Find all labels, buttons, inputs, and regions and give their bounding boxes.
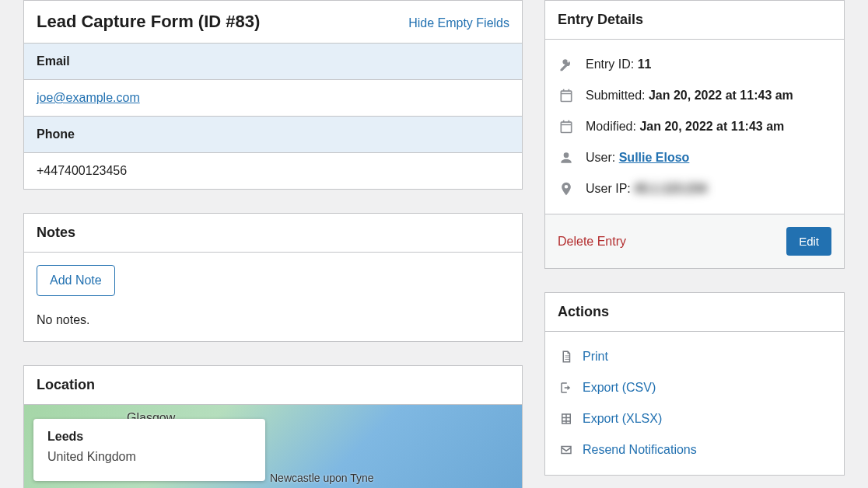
field-label-phone: Phone — [24, 117, 522, 153]
modified-row: Modified: Jan 20, 2022 at 11:43 am — [558, 111, 831, 142]
export-xlsx-link[interactable]: Export (XLSX) — [583, 412, 662, 426]
entry-details-header: Entry Details — [545, 1, 844, 40]
entry-details-title: Entry Details — [558, 12, 643, 28]
modified-value: Jan 20, 2022 at 11:43 am — [639, 120, 784, 133]
export-icon — [558, 380, 575, 396]
user-row: User: Sullie Eloso — [558, 142, 831, 173]
mail-icon — [558, 442, 575, 458]
document-icon — [558, 349, 575, 364]
add-note-button[interactable]: Add Note — [37, 265, 115, 296]
action-resend-row: Resend Notifications — [558, 434, 831, 465]
location-pin-icon — [558, 181, 575, 197]
submitted-label: Submitted: — [586, 89, 645, 102]
entry-details-footer: Delete Entry Edit — [545, 214, 844, 268]
no-notes-text: No notes. — [24, 301, 522, 341]
key-icon — [558, 57, 575, 72]
notes-panel-header: Notes — [24, 214, 522, 253]
user-label: User: — [586, 151, 615, 164]
entry-id-label: Entry ID: — [586, 58, 634, 71]
edit-button[interactable]: Edit — [786, 227, 831, 256]
field-value-email: joe@example.com — [24, 80, 522, 117]
export-csv-link[interactable]: Export (CSV) — [583, 381, 656, 395]
location-panel: Location Glasgow Newcastle upon Tyne Lee… — [23, 365, 523, 488]
modified-label: Modified: — [586, 120, 636, 133]
form-fields-panel: Lead Capture Form (ID #83) Hide Empty Fi… — [23, 0, 523, 190]
action-print-row: Print — [558, 341, 831, 372]
action-export-xlsx-row: Export (XLSX) — [558, 403, 831, 434]
calendar-icon — [558, 88, 575, 103]
delete-entry-link[interactable]: Delete Entry — [558, 235, 626, 249]
submitted-row: Submitted: Jan 20, 2022 at 11:43 am — [558, 80, 831, 111]
hide-empty-fields-link[interactable]: Hide Empty Fields — [408, 16, 509, 30]
form-panel-header: Lead Capture Form (ID #83) Hide Empty Fi… — [24, 1, 522, 44]
actions-panel: Actions Print Export (CSV) — [544, 292, 845, 476]
print-link[interactable]: Print — [583, 350, 608, 364]
user-ip-label: User IP: — [586, 182, 631, 195]
calendar-icon — [558, 119, 575, 134]
map-label-newcastle: Newcastle upon Tyne — [270, 472, 374, 484]
entry-id-value: 11 — [638, 58, 652, 71]
location-panel-header: Location — [24, 366, 522, 405]
entry-id-row: Entry ID: 11 — [558, 49, 831, 80]
notes-body: Add Note — [24, 253, 522, 301]
user-icon — [558, 150, 575, 166]
spreadsheet-icon — [558, 411, 575, 427]
form-title: Lead Capture Form (ID #83) — [37, 12, 260, 32]
location-title: Location — [37, 377, 95, 393]
info-window-country: United Kingdom — [47, 450, 251, 464]
entry-details-panel: Entry Details Entry ID: 11 — [544, 0, 845, 269]
submitted-value: Jan 20, 2022 at 11:43 am — [649, 89, 793, 102]
email-link[interactable]: joe@example.com — [37, 91, 140, 104]
user-ip-row: User IP: 45.1.123.234 — [558, 173, 831, 204]
notes-title: Notes — [37, 225, 75, 241]
field-label-email: Email — [24, 44, 522, 80]
map[interactable]: Glasgow Newcastle upon Tyne Leeds United… — [24, 405, 522, 488]
resend-notifications-link[interactable]: Resend Notifications — [583, 443, 697, 457]
actions-body: Print Export (CSV) Export (XLSX) — [545, 332, 844, 475]
info-window-title: Leeds — [47, 430, 251, 444]
field-value-phone: +447400123456 — [24, 153, 522, 189]
actions-title: Actions — [558, 304, 609, 320]
user-ip-value: 45.1.123.234 — [634, 182, 706, 195]
actions-header: Actions — [545, 293, 844, 332]
action-export-csv-row: Export (CSV) — [558, 372, 831, 403]
user-link[interactable]: Sullie Eloso — [619, 151, 690, 164]
notes-panel: Notes Add Note No notes. — [23, 213, 523, 342]
map-info-window: Leeds United Kingdom — [33, 419, 265, 481]
entry-details-body: Entry ID: 11 Submitted: Jan 20, 2022 at … — [545, 40, 844, 214]
